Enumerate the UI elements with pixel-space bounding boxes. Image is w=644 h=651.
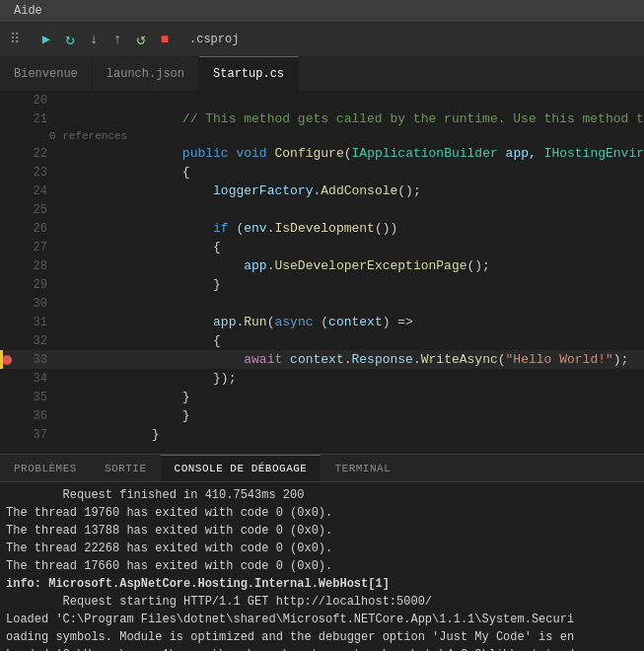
code-line-21: 21 // This method gets called by the run… <box>0 109 644 128</box>
step-up-icon[interactable]: ↑ <box>107 29 128 50</box>
console-line-3: The thread 22268 has exited with code 0 … <box>6 540 638 557</box>
code-line-24: 24 loggerFactory.AddConsole(); <box>0 181 644 200</box>
console-line-6: Request starting HTTP/1.1 GET http://loc… <box>6 593 638 611</box>
menu-aide[interactable]: Aide <box>8 2 48 20</box>
tab-startup-cs[interactable]: Startup.cs <box>199 56 299 91</box>
restart2-icon[interactable]: ↺ <box>130 29 152 50</box>
grid-icon[interactable]: ⠿ <box>4 29 26 50</box>
play-icon[interactable]: ▶ <box>36 29 57 50</box>
tab-debug-console[interactable]: CONSOLE DE DÉBOGAGE <box>161 455 322 481</box>
code-editor: 20 21 // This method gets called by the … <box>0 91 644 454</box>
menu-bar: Aide <box>0 0 644 22</box>
tab-terminal[interactable]: TERMINAL <box>321 455 404 481</box>
console-line-8: oading symbols. Module is optimized and … <box>6 628 638 646</box>
tab-problems[interactable]: PROBLÈMES <box>0 455 91 481</box>
tab-output[interactable]: SORTIE <box>91 455 161 481</box>
breakpoint-33[interactable] <box>0 355 14 365</box>
console-line-4: The thread 17660 has exited with code 0 … <box>6 557 638 575</box>
console-line-0: Request finished in 410.7543ms 200 <box>6 486 638 504</box>
code-scroll-area[interactable]: 20 21 // This method gets called by the … <box>0 91 644 454</box>
console-line-7: Loaded 'C:\Program Files\dotnet\shared\M… <box>6 611 638 628</box>
step-down-icon[interactable]: ↓ <box>83 29 105 50</box>
editor-tabs: Bienvenue launch.json Startup.cs <box>0 56 644 91</box>
code-line-37: 37 } <box>0 425 644 444</box>
bottom-panel: PROBLÈMES SORTIE CONSOLE DE DÉBOGAGE TER… <box>0 454 644 651</box>
tab-bienvenue[interactable]: Bienvenue <box>0 56 93 91</box>
console-line-2: The thread 13788 has exited with code 0 … <box>6 522 638 540</box>
console-line-9: Loaded 'C:\Users\owner1\.nuget\packages\… <box>6 646 638 651</box>
console-line-1: The thread 19760 has exited with code 0 … <box>6 504 638 522</box>
toolbar: ⠿ ▶ ↻ ↓ ↑ ↺ ■ .csproj <box>0 22 644 56</box>
console-line-5: info: Microsoft.AspNetCore.Hosting.Inter… <box>6 575 638 593</box>
panel-tabs: PROBLÈMES SORTIE CONSOLE DE DÉBOGAGE TER… <box>0 455 644 482</box>
stop-icon[interactable]: ■ <box>154 29 176 50</box>
debug-console-content: Request finished in 410.7543ms 200 The t… <box>0 482 644 651</box>
code-line-29: 29 } <box>0 275 644 294</box>
project-label: .csproj <box>189 33 239 46</box>
refresh-icon[interactable]: ↻ <box>59 29 81 50</box>
tab-launch-json[interactable]: launch.json <box>93 56 199 91</box>
